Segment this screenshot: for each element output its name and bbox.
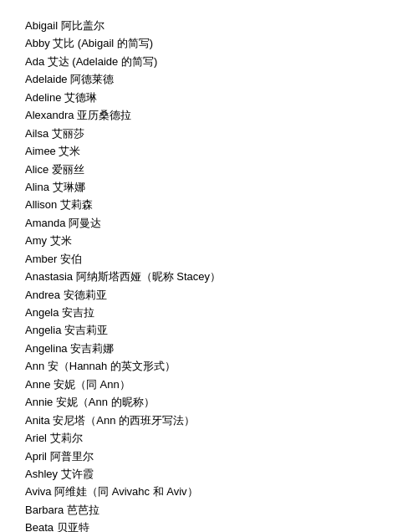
list-item: Aimee 艾米 [25, 142, 393, 160]
list-item: Anastasia 阿纳斯塔西娅（昵称 Stacey） [25, 268, 393, 285]
list-item: Amy 艾米 [25, 232, 393, 249]
name-list: Abigail 阿比盖尔Abby 艾比 (Abigail 的简写)Ada 艾达 … [25, 17, 393, 532]
list-item: Amanda 阿曼达 [25, 214, 393, 232]
list-item: Abigail 阿比盖尔 [25, 17, 393, 34]
list-item: Ailsa 艾丽莎 [25, 125, 393, 142]
list-item: Anita 安尼塔（Ann 的西班牙写法） [25, 412, 393, 429]
list-item: Annie 安妮（Ann 的昵称） [25, 393, 393, 411]
list-item: Beata 贝亚特 [25, 519, 393, 532]
list-item: Angela 安吉拉 [25, 304, 393, 321]
list-item: Alice 爱丽丝 [25, 161, 393, 178]
list-item: Ann 安（Hannah 的英文形式） [25, 357, 393, 375]
list-item: Angelia 安吉莉亚 [25, 321, 393, 339]
list-item: Ashley 艾许霞 [25, 465, 393, 483]
list-item: Amber 安伯 [25, 250, 393, 268]
list-item: April 阿普里尔 [25, 448, 393, 465]
list-item: Alexandra 亚历桑德拉 [25, 106, 393, 124]
list-item: Barbara 芭芭拉 [25, 501, 393, 519]
list-item: Angelina 安吉莉娜 [25, 340, 393, 357]
list-item: Adelaide 阿德莱德 [25, 70, 393, 88]
list-item: Aviva 阿维娃（同 Avivahc 和 Aviv） [25, 483, 393, 500]
list-item: Abby 艾比 (Abigail 的简写) [25, 34, 393, 52]
list-item: Allison 艾莉森 [25, 196, 393, 213]
list-item: Ada 艾达 (Adelaide 的简写) [25, 53, 393, 70]
list-item: Andrea 安德莉亚 [25, 286, 393, 304]
list-item: Adeline 艾德琳 [25, 89, 393, 106]
list-item: Ariel 艾莉尔 [25, 429, 393, 447]
list-item: Anne 安妮（同 Ann） [25, 376, 393, 393]
list-item: Alina 艾琳娜 [25, 178, 393, 196]
